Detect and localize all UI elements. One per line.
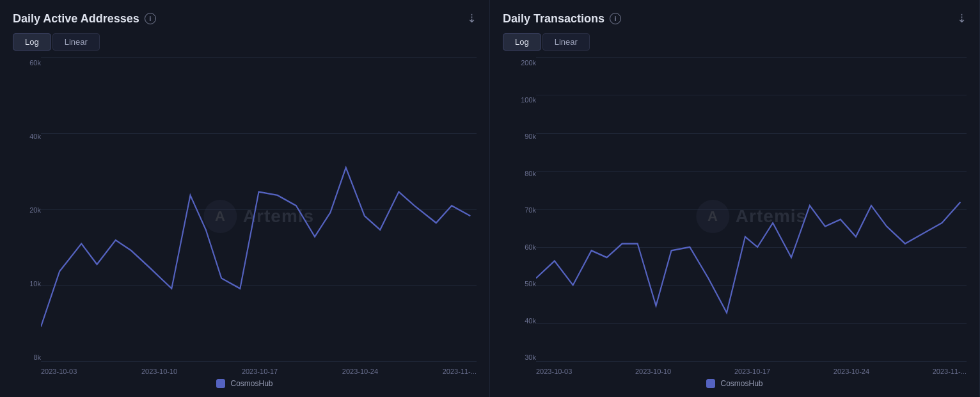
right-y-label-5: 60k — [503, 244, 536, 251]
left-chart-panel: Daily Active Addresses i ⇣ Log Linear 60… — [0, 0, 490, 397]
left-panel-title: Daily Active Addresses i — [13, 12, 156, 26]
right-chart-area: 200k 100k 90k 80k 70k 60k 50k 40k 30k — [503, 57, 967, 375]
left-chart-inner: A Artemis 2023-10-03 2023-10-10 2023-10-… — [41, 57, 477, 375]
right-toggle-group: Log Linear — [503, 33, 967, 51]
right-x-label-2: 2023-10-17 — [734, 368, 770, 375]
left-toggle-group: Log Linear — [13, 33, 477, 51]
right-y-label-0: 200k — [503, 60, 536, 67]
left-info-icon[interactable]: i — [145, 13, 156, 24]
right-x-label-4: 2023-11-... — [933, 368, 967, 375]
left-linear-button[interactable]: Linear — [52, 33, 100, 51]
left-x-label-0: 2023-10-03 — [41, 368, 77, 375]
right-y-label-7: 40k — [503, 318, 536, 325]
right-x-label-3: 2023-10-24 — [834, 368, 869, 375]
right-y-label-6: 50k — [503, 280, 536, 288]
left-legend-dot — [216, 379, 225, 388]
left-y-label-0: 60k — [13, 60, 41, 67]
left-y-axis: 60k 40k 20k 10k 8k — [13, 57, 41, 375]
right-info-icon[interactable]: i — [610, 13, 621, 24]
right-chart-svg — [536, 57, 967, 361]
right-legend-dot — [706, 379, 715, 388]
right-y-label-4: 70k — [503, 207, 536, 214]
right-title-text: Daily Transactions — [503, 12, 605, 26]
left-chart-area: 60k 40k 20k 10k 8k A Artemis — [13, 57, 477, 375]
right-download-icon[interactable]: ⇣ — [957, 12, 967, 26]
right-x-label-1: 2023-10-10 — [635, 368, 671, 375]
left-x-label-3: 2023-10-24 — [342, 368, 378, 375]
left-panel-header: Daily Active Addresses i ⇣ — [13, 12, 477, 26]
right-y-label-3: 80k — [503, 170, 536, 177]
right-panel-title: Daily Transactions i — [503, 12, 621, 26]
left-y-label-2: 20k — [13, 207, 41, 214]
left-chart-svg — [41, 57, 477, 361]
left-title-text: Daily Active Addresses — [13, 12, 139, 26]
right-chart-panel: Daily Transactions i ⇣ Log Linear 200k 1… — [490, 0, 980, 397]
right-linear-button[interactable]: Linear — [542, 33, 590, 51]
left-y-label-1: 40k — [13, 133, 41, 140]
right-y-label-2: 90k — [503, 133, 536, 140]
right-panel-header: Daily Transactions i ⇣ — [503, 12, 967, 26]
left-log-button[interactable]: Log — [13, 33, 51, 51]
left-x-label-1: 2023-10-10 — [141, 368, 177, 375]
right-chart-inner: A Artemis 2023-10-03 2023-10-10 2023-10-… — [536, 57, 967, 375]
right-y-axis: 200k 100k 90k 80k 70k 60k 50k 40k 30k — [503, 57, 536, 375]
left-legend-label: CosmosHub — [230, 379, 273, 388]
left-x-label-4: 2023-11-... — [443, 368, 477, 375]
right-y-label-8: 30k — [503, 354, 536, 361]
left-y-label-3: 10k — [13, 280, 41, 288]
left-y-label-4: 8k — [13, 354, 41, 361]
left-x-label-2: 2023-10-17 — [242, 368, 278, 375]
right-x-axis: 2023-10-03 2023-10-10 2023-10-17 2023-10… — [536, 362, 967, 375]
right-x-label-0: 2023-10-03 — [536, 368, 572, 375]
right-legend-label: CosmosHub — [720, 379, 763, 388]
right-y-label-1: 100k — [503, 97, 536, 104]
right-legend: CosmosHub — [503, 379, 967, 388]
left-x-axis: 2023-10-03 2023-10-10 2023-10-17 2023-10… — [41, 362, 477, 375]
right-log-button[interactable]: Log — [503, 33, 541, 51]
left-legend: CosmosHub — [13, 379, 477, 388]
left-download-icon[interactable]: ⇣ — [467, 12, 477, 26]
